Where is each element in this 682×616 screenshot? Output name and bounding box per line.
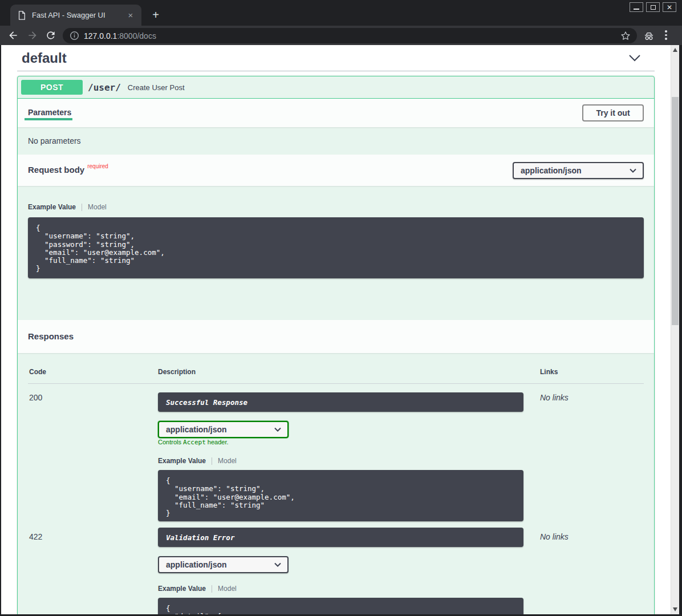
scroll-up-arrow-icon[interactable] <box>673 48 677 52</box>
tab-model[interactable]: Model <box>88 203 107 211</box>
select-chevron-icon <box>630 168 636 173</box>
tab-title: Fast API - Swagger UI <box>32 11 125 19</box>
document-icon <box>17 10 26 21</box>
address-bar[interactable]: 127.0.0.1:8000/docs <box>63 28 637 43</box>
refresh-icon[interactable] <box>45 30 56 41</box>
example-model-tabs: Example Value Model <box>28 203 107 211</box>
response-example-code-200: { "username": "string", "email": "user@e… <box>158 470 523 521</box>
select-chevron-icon <box>274 427 281 432</box>
tab-model[interactable]: Model <box>218 457 237 465</box>
opblock-post-user: POST /user/ Create User Post Parameters … <box>17 76 655 614</box>
minimize-button[interactable] <box>630 2 643 12</box>
tab-bar: Fast API - Swagger UI × + ✕ <box>0 0 682 26</box>
menu-icon[interactable] <box>665 30 667 40</box>
endpoint-path: /user/ <box>88 82 121 93</box>
tab-example-value[interactable]: Example Value <box>158 585 206 593</box>
forward-icon[interactable] <box>27 30 38 41</box>
incognito-icon[interactable] <box>643 30 655 42</box>
close-button[interactable]: ✕ <box>663 2 676 12</box>
close-icon: ✕ <box>667 4 672 11</box>
tab-separator <box>212 457 212 465</box>
opblock-summary[interactable]: POST /user/ Create User Post <box>18 76 654 99</box>
scrollbar-thumb[interactable] <box>672 97 679 325</box>
required-label: required <box>87 163 108 169</box>
response-description-422: Validation Error <box>158 528 523 547</box>
try-it-out-button[interactable]: Try it out <box>582 104 644 121</box>
request-body-header: Request bodyrequired application/json <box>18 155 654 186</box>
tab-separator <box>82 204 82 211</box>
browser-window: Fast API - Swagger UI × + ✕ 127.0.0.1:80… <box>0 0 682 616</box>
page-content: default POST /user/ Create User Post Par… <box>1 45 679 614</box>
column-header-links: Links <box>540 368 558 376</box>
site-info-icon[interactable] <box>70 31 79 40</box>
column-header-code: Code <box>29 368 46 376</box>
url-path: :8000/docs <box>117 31 156 40</box>
browser-toolbar: 127.0.0.1:8000/docs <box>0 26 682 45</box>
tab-separator <box>212 585 212 593</box>
url-host: 127.0.0.1 <box>84 31 117 40</box>
browser-tab[interactable]: Fast API - Swagger UI × <box>10 5 141 26</box>
request-media-type-select[interactable]: application/json <box>513 162 644 179</box>
back-icon[interactable] <box>7 30 19 41</box>
response-code-422: 422 <box>29 532 42 541</box>
responses-table: Code Description Links 200 Successful Re… <box>18 353 654 614</box>
response-links-200: No links <box>540 393 569 402</box>
tab-underline <box>25 118 72 120</box>
tab-model[interactable]: Model <box>218 585 237 593</box>
new-tab-button[interactable]: + <box>148 8 163 23</box>
response-example-code-422: { "detail": [ <box>158 598 523 614</box>
response-description-200: Successful Response <box>158 392 523 412</box>
request-example-code: { "username": "string", "password": "str… <box>28 217 644 278</box>
tab-close-icon[interactable]: × <box>125 10 136 21</box>
no-parameters-message: No parameters <box>18 127 654 155</box>
section-divider <box>17 71 655 71</box>
response-media-type-select-422[interactable]: application/json <box>158 556 289 573</box>
page-scrollbar[interactable] <box>671 45 679 614</box>
tab-parameters: Parameters <box>28 108 71 117</box>
response-media-type-select-200[interactable]: application/json <box>158 421 289 438</box>
api-section-title: default <box>22 50 67 66</box>
tab-example-value[interactable]: Example Value <box>28 203 76 211</box>
tab-example-value[interactable]: Example Value <box>158 457 206 465</box>
chevron-down-icon[interactable] <box>628 54 641 62</box>
bookmark-star-icon[interactable] <box>620 30 631 42</box>
scroll-down-arrow-icon[interactable] <box>673 607 677 611</box>
url-text: 127.0.0.1:8000/docs <box>84 31 620 40</box>
select-chevron-icon <box>274 562 281 567</box>
accept-header-note: Controls Accept header. <box>158 439 229 446</box>
response-code-200: 200 <box>29 393 42 402</box>
maximize-button[interactable] <box>646 2 660 12</box>
parameters-header: Parameters Try it out <box>18 99 654 127</box>
maximize-icon <box>651 5 656 10</box>
example-model-tabs: Example Value Model <box>158 457 237 465</box>
responses-title: Responses <box>28 331 74 341</box>
response-links-422: No links <box>540 532 569 541</box>
column-header-description: Description <box>158 368 196 376</box>
request-body-section: Example Value Model { "username": "strin… <box>18 186 654 320</box>
responses-header: Responses <box>18 320 654 353</box>
http-method-badge: POST <box>21 80 83 95</box>
minimize-icon <box>634 9 639 10</box>
table-header-divider <box>28 383 644 384</box>
endpoint-summary: Create User Post <box>128 83 185 92</box>
example-model-tabs: Example Value Model <box>158 585 237 593</box>
request-body-title: Request bodyrequired <box>28 165 108 175</box>
